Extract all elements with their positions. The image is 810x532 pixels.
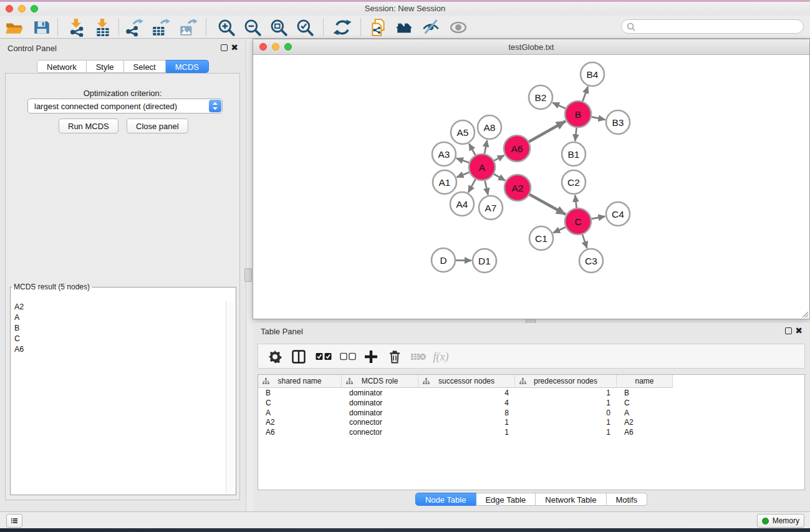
edge-A2-C[interactable] bbox=[529, 195, 566, 215]
cell-mcds-role[interactable]: dominator bbox=[342, 408, 418, 418]
tab-motifs[interactable]: Motifs bbox=[606, 493, 647, 506]
edge-A-A5[interactable] bbox=[469, 143, 475, 155]
network-graph[interactable]: B4B2BB3A8A5A6A3B1AA1C2A2A4A7C4CC1C3DD1 bbox=[253, 55, 809, 319]
edge-A6-B[interactable] bbox=[529, 121, 566, 142]
zoom-out-icon[interactable] bbox=[243, 18, 262, 37]
table-row[interactable]: Cdominator41C bbox=[258, 398, 804, 408]
vertical-divider-grip[interactable] bbox=[244, 268, 252, 282]
graph-node-A2[interactable]: A2 bbox=[504, 175, 531, 201]
cell-predecessor-nodes[interactable]: 1 bbox=[515, 417, 617, 427]
result-item[interactable]: A2 bbox=[11, 301, 226, 312]
graph-node-A[interactable]: A bbox=[469, 154, 495, 180]
edge-C-C2[interactable] bbox=[575, 195, 576, 208]
criterion-dropdown[interactable]: largest connected component (directed) bbox=[27, 99, 223, 114]
cell-predecessor-nodes[interactable]: 1 bbox=[515, 427, 617, 437]
table-close-panel-icon[interactable]: ✖ bbox=[795, 326, 803, 336]
cell-predecessor-nodes[interactable]: 1 bbox=[515, 398, 617, 408]
cell-shared-name[interactable]: A6 bbox=[258, 427, 342, 437]
cell-predecessor-nodes[interactable]: 1 bbox=[515, 388, 617, 398]
tab-network-table[interactable]: Network Table bbox=[536, 493, 606, 506]
table-row[interactable]: A6connector11A6 bbox=[258, 427, 804, 437]
export-image-icon[interactable] bbox=[178, 18, 197, 37]
run-mcds-button[interactable]: Run MCDS bbox=[59, 118, 118, 133]
edge-B-B3[interactable] bbox=[592, 117, 605, 119]
zoom-in-icon[interactable] bbox=[217, 18, 236, 37]
net-minimize-button[interactable] bbox=[272, 43, 279, 51]
edge-B-B1[interactable] bbox=[575, 128, 576, 141]
cell-successor-nodes[interactable]: 4 bbox=[418, 388, 515, 398]
cell-name[interactable]: A bbox=[617, 408, 673, 418]
graph-node-A3[interactable]: A3 bbox=[432, 142, 456, 166]
column-header-shared-name[interactable]: shared name bbox=[258, 375, 342, 388]
tab-select[interactable]: Select bbox=[124, 60, 166, 73]
column-header-predecessor-nodes[interactable]: predecessor nodes bbox=[515, 375, 617, 388]
network-from-document-icon[interactable] bbox=[369, 18, 388, 37]
graph-node-D1[interactable]: D1 bbox=[473, 249, 496, 273]
cell-predecessor-nodes[interactable]: 0 bbox=[515, 408, 617, 418]
graph-node-A8[interactable]: A8 bbox=[478, 115, 501, 139]
result-item[interactable]: A bbox=[11, 312, 226, 322]
cell-shared-name[interactable]: C bbox=[258, 398, 342, 408]
window-resize-grip-icon[interactable] bbox=[800, 309, 809, 318]
graph-node-C2[interactable]: C2 bbox=[562, 170, 586, 194]
tab-style[interactable]: Style bbox=[87, 60, 124, 73]
edge-A-A3[interactable] bbox=[456, 158, 469, 163]
close-window-button[interactable] bbox=[6, 5, 13, 12]
cell-shared-name[interactable]: B bbox=[258, 388, 342, 398]
export-network-icon[interactable] bbox=[125, 18, 143, 37]
tab-mcds[interactable]: MCDS bbox=[166, 60, 209, 73]
graph-node-C1[interactable]: C1 bbox=[529, 226, 553, 250]
zoom-window-button[interactable] bbox=[31, 5, 38, 12]
edge-A-A6[interactable] bbox=[494, 155, 504, 161]
edge-B-B4[interactable] bbox=[582, 87, 587, 102]
cell-name[interactable]: A6 bbox=[617, 427, 673, 437]
graph-node-B2[interactable]: B2 bbox=[529, 85, 552, 109]
graph-node-C4[interactable]: C4 bbox=[606, 202, 630, 226]
edge-A-A4[interactable] bbox=[468, 179, 475, 192]
edge-A-A8[interactable] bbox=[485, 140, 487, 154]
cell-successor-nodes[interactable]: 1 bbox=[418, 427, 515, 437]
save-session-icon[interactable] bbox=[32, 18, 51, 37]
column-header-mcds-role[interactable]: MCDS role bbox=[342, 375, 418, 388]
tab-node-table[interactable]: Node Table bbox=[415, 493, 476, 506]
cell-name[interactable]: A2 bbox=[617, 417, 673, 427]
tab-network[interactable]: Network bbox=[37, 60, 87, 73]
table-row[interactable]: A2connector11A2 bbox=[258, 417, 804, 427]
memory-button[interactable]: Memory bbox=[757, 514, 804, 528]
refresh-view-icon[interactable] bbox=[333, 18, 352, 37]
net-zoom-button[interactable] bbox=[284, 43, 292, 51]
graph-node-B3[interactable]: B3 bbox=[606, 110, 630, 134]
float-panel-icon[interactable] bbox=[221, 44, 228, 51]
cell-name[interactable]: B bbox=[617, 388, 673, 398]
tab-edge-table[interactable]: Edge Table bbox=[476, 493, 536, 506]
edge-C-C3[interactable] bbox=[582, 235, 587, 248]
edge-A-A2[interactable] bbox=[494, 174, 505, 180]
zoom-selected-icon[interactable] bbox=[296, 18, 314, 37]
cell-successor-nodes[interactable]: 4 bbox=[418, 398, 515, 408]
home-icon[interactable] bbox=[395, 18, 413, 37]
import-network-icon[interactable] bbox=[67, 18, 86, 37]
close-panel-icon[interactable]: ✖ bbox=[231, 42, 238, 52]
open-session-icon[interactable] bbox=[5, 18, 24, 37]
cell-name[interactable]: C bbox=[617, 398, 673, 408]
deselect-all-checkboxes-icon[interactable] bbox=[340, 349, 356, 365]
toggle-column-view-icon[interactable] bbox=[291, 349, 307, 365]
graph-node-C3[interactable]: C3 bbox=[579, 249, 603, 273]
graph-node-C[interactable]: C bbox=[565, 208, 591, 235]
result-item[interactable]: C bbox=[11, 333, 226, 344]
cell-successor-nodes[interactable]: 1 bbox=[418, 417, 515, 427]
column-header-successor-nodes[interactable]: successor nodes bbox=[418, 375, 515, 388]
graph-node-A4[interactable]: A4 bbox=[450, 192, 474, 216]
result-item[interactable]: A6 bbox=[11, 344, 226, 354]
net-close-button[interactable] bbox=[259, 43, 267, 51]
zoom-fit-icon[interactable] bbox=[269, 18, 288, 37]
graph-node-B1[interactable]: B1 bbox=[562, 142, 586, 166]
select-all-checkboxes-icon[interactable] bbox=[316, 349, 332, 365]
cell-shared-name[interactable]: A2 bbox=[258, 417, 342, 427]
search-input[interactable] bbox=[639, 22, 803, 31]
cell-successor-nodes[interactable]: 8 bbox=[418, 408, 515, 418]
task-history-button[interactable] bbox=[6, 514, 22, 528]
edge-A-A7[interactable] bbox=[485, 181, 488, 195]
graph-node-B4[interactable]: B4 bbox=[581, 62, 604, 86]
settings-gear-icon[interactable] bbox=[267, 349, 283, 365]
